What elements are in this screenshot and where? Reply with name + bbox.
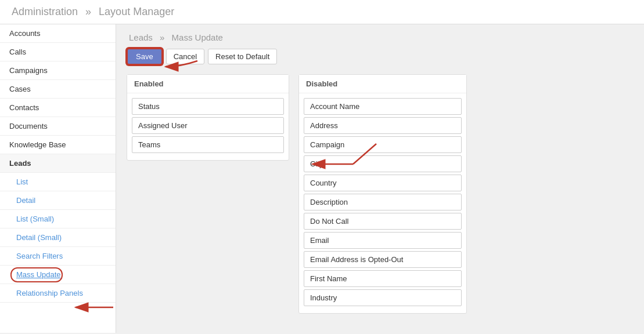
breadcrumb-parent[interactable]: Leads: [129, 32, 153, 42]
enabled-field-assigned-user[interactable]: Assigned User: [132, 117, 284, 134]
disabled-panel-title: Disabled: [299, 75, 466, 93]
disabled-field-first-name[interactable]: First Name: [304, 270, 462, 287]
disabled-field-industry[interactable]: Industry: [304, 289, 462, 306]
disabled-panel: Disabled Account NameAddressCampaignCity…: [298, 74, 467, 314]
enabled-panel: Enabled StatusAssigned UserTeams: [127, 74, 289, 161]
disabled-field-country[interactable]: Country: [304, 175, 462, 191]
sidebar-item-detail[interactable]: Detail: [0, 191, 116, 210]
panels-container: Enabled StatusAssigned UserTeams Disable…: [127, 74, 634, 314]
sidebar-item-campaigns[interactable]: Campaigns: [0, 61, 116, 80]
sidebar-item-calls[interactable]: Calls: [0, 43, 116, 61]
disabled-field-list: Account NameAddressCampaignCityCountryDe…: [299, 93, 466, 313]
disabled-field-city[interactable]: City: [304, 155, 462, 172]
enabled-field-teams[interactable]: Teams: [132, 136, 284, 153]
sidebar-item-accounts[interactable]: Accounts: [0, 24, 116, 43]
breadcrumb: Leads » Mass Update: [127, 32, 634, 42]
sidebar-item-search-filters[interactable]: Search Filters: [0, 247, 116, 266]
save-button[interactable]: Save: [127, 48, 163, 65]
page-header: Administration » Layout Manager: [0, 0, 644, 24]
enabled-field-status[interactable]: Status: [132, 98, 284, 115]
sidebar-item-knowledge-base[interactable]: Knowledge Base: [0, 136, 116, 154]
sidebar: AccountsCallsCampaignsCasesContactsDocum…: [0, 24, 116, 333]
reset-button[interactable]: Reset to Default: [208, 49, 277, 64]
sidebar-item-contacts[interactable]: Contacts: [0, 99, 116, 117]
breadcrumb-sep: »: [160, 32, 164, 42]
sidebar-item-list[interactable]: List: [0, 173, 116, 191]
sidebar-item-list-small[interactable]: List (Small): [0, 210, 116, 228]
sidebar-item-relationship-panels[interactable]: Relationship Panels: [0, 284, 116, 303]
sidebar-item-documents[interactable]: Documents: [0, 117, 116, 136]
breadcrumb-current: Mass Update: [172, 32, 223, 42]
disabled-field-description[interactable]: Description: [304, 194, 462, 210]
sidebar-item-mass-update[interactable]: Mass Update: [0, 266, 116, 284]
disabled-field-do-not-call[interactable]: Do Not Call: [304, 213, 462, 230]
admin-link[interactable]: Administration: [12, 6, 78, 17]
disabled-field-address[interactable]: Address: [304, 117, 462, 134]
disabled-field-campaign[interactable]: Campaign: [304, 136, 462, 153]
enabled-field-list: StatusAssigned UserTeams: [127, 93, 289, 160]
disabled-field-account-name[interactable]: Account Name: [304, 98, 462, 115]
toolbar: Save Cancel Reset to Default: [127, 48, 634, 65]
layout-manager-title: Layout Manager: [99, 6, 174, 17]
sidebar-item-detail-small[interactable]: Detail (Small): [0, 228, 116, 247]
main-content: Leads » Mass Update Save Cancel Reset to…: [116, 24, 644, 333]
enabled-panel-title: Enabled: [127, 75, 289, 93]
disabled-field-email-opted-out[interactable]: Email Address is Opted-Out: [304, 251, 462, 268]
cancel-button[interactable]: Cancel: [166, 49, 204, 64]
sidebar-item-leads: Leads: [0, 154, 116, 173]
header-separator: »: [85, 6, 91, 17]
sidebar-item-cases[interactable]: Cases: [0, 80, 116, 99]
disabled-field-email[interactable]: Email: [304, 232, 462, 249]
